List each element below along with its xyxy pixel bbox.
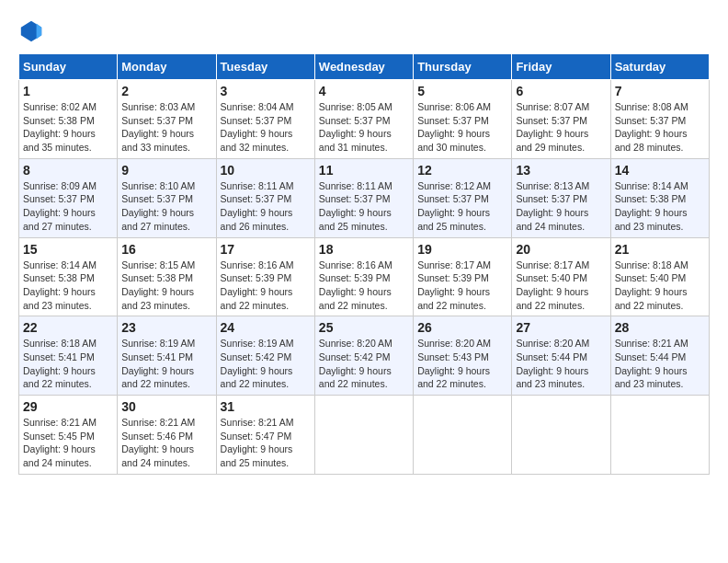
calendar-cell: 13 Sunrise: 8:13 AMSunset: 5:37 PMDaylig… bbox=[512, 158, 610, 237]
day-info: Sunrise: 8:14 AMSunset: 5:38 PMDaylight:… bbox=[615, 179, 705, 234]
calendar-cell: 29 Sunrise: 8:21 AMSunset: 5:45 PMDaylig… bbox=[19, 396, 118, 475]
day-info: Sunrise: 8:02 AMSunset: 5:38 PMDaylight:… bbox=[23, 100, 113, 155]
day-info: Sunrise: 8:07 AMSunset: 5:37 PMDaylight:… bbox=[516, 100, 606, 155]
day-info: Sunrise: 8:12 AMSunset: 5:37 PMDaylight:… bbox=[417, 179, 507, 234]
day-info: Sunrise: 8:15 AMSunset: 5:38 PMDaylight:… bbox=[121, 259, 211, 313]
calendar-cell: 25 Sunrise: 8:20 AMSunset: 5:42 PMDaylig… bbox=[314, 316, 413, 396]
header-monday: Monday bbox=[118, 54, 216, 80]
day-number: 31 bbox=[221, 399, 311, 414]
calendar-table: SundayMondayTuesdayWednesdayThursdayFrid… bbox=[18, 53, 710, 475]
day-info: Sunrise: 8:06 AMSunset: 5:37 PMDaylight:… bbox=[417, 100, 507, 155]
week-row-3: 15 Sunrise: 8:14 AMSunset: 5:38 PMDaylig… bbox=[19, 237, 710, 316]
logo-icon bbox=[18, 18, 44, 44]
calendar-cell: 1 Sunrise: 8:02 AMSunset: 5:38 PMDayligh… bbox=[19, 80, 118, 159]
day-info: Sunrise: 8:20 AMSunset: 5:44 PMDaylight:… bbox=[516, 337, 606, 391]
calendar-cell: 16 Sunrise: 8:15 AMSunset: 5:38 PMDaylig… bbox=[118, 237, 216, 316]
calendar-cell: 21 Sunrise: 8:18 AMSunset: 5:40 PMDaylig… bbox=[610, 237, 709, 316]
day-info: Sunrise: 8:09 AMSunset: 5:37 PMDaylight:… bbox=[23, 179, 113, 234]
calendar-cell: 14 Sunrise: 8:14 AMSunset: 5:38 PMDaylig… bbox=[610, 158, 709, 237]
calendar-cell: 5 Sunrise: 8:06 AMSunset: 5:37 PMDayligh… bbox=[414, 80, 512, 159]
day-number: 15 bbox=[23, 242, 113, 257]
day-info: Sunrise: 8:10 AMSunset: 5:37 PMDaylight:… bbox=[121, 179, 211, 234]
day-info: Sunrise: 8:18 AMSunset: 5:40 PMDaylight:… bbox=[615, 259, 705, 313]
day-number: 3 bbox=[221, 84, 311, 98]
day-number: 4 bbox=[319, 84, 409, 98]
day-number: 17 bbox=[221, 242, 311, 257]
calendar-cell: 3 Sunrise: 8:04 AMSunset: 5:37 PMDayligh… bbox=[216, 80, 314, 159]
day-number: 7 bbox=[615, 84, 705, 98]
week-row-2: 8 Sunrise: 8:09 AMSunset: 5:37 PMDayligh… bbox=[19, 158, 710, 237]
day-info: Sunrise: 8:17 AMSunset: 5:40 PMDaylight:… bbox=[516, 259, 606, 313]
day-number: 1 bbox=[23, 84, 113, 98]
day-number: 22 bbox=[23, 320, 113, 335]
calendar-cell bbox=[610, 396, 709, 475]
calendar-cell bbox=[414, 396, 512, 475]
calendar-cell bbox=[512, 396, 610, 475]
day-number: 6 bbox=[516, 84, 606, 98]
calendar-cell: 18 Sunrise: 8:16 AMSunset: 5:39 PMDaylig… bbox=[314, 237, 413, 316]
calendar-cell: 31 Sunrise: 8:21 AMSunset: 5:47 PMDaylig… bbox=[216, 396, 314, 475]
calendar-cell: 10 Sunrise: 8:11 AMSunset: 5:37 PMDaylig… bbox=[216, 158, 314, 237]
calendar-cell: 23 Sunrise: 8:19 AMSunset: 5:41 PMDaylig… bbox=[118, 316, 216, 396]
day-info: Sunrise: 8:19 AMSunset: 5:42 PMDaylight:… bbox=[221, 337, 311, 391]
calendar-cell: 4 Sunrise: 8:05 AMSunset: 5:37 PMDayligh… bbox=[314, 80, 413, 159]
day-number: 25 bbox=[319, 320, 409, 335]
calendar-cell: 7 Sunrise: 8:08 AMSunset: 5:37 PMDayligh… bbox=[610, 80, 709, 159]
day-number: 5 bbox=[417, 84, 507, 98]
week-row-1: 1 Sunrise: 8:02 AMSunset: 5:38 PMDayligh… bbox=[19, 80, 710, 159]
day-info: Sunrise: 8:17 AMSunset: 5:39 PMDaylight:… bbox=[417, 259, 507, 313]
svg-marker-1 bbox=[37, 24, 42, 40]
calendar-cell: 12 Sunrise: 8:12 AMSunset: 5:37 PMDaylig… bbox=[414, 158, 512, 237]
calendar-cell: 27 Sunrise: 8:20 AMSunset: 5:44 PMDaylig… bbox=[512, 316, 610, 396]
logo bbox=[18, 18, 48, 44]
day-number: 9 bbox=[121, 163, 211, 178]
calendar-cell: 2 Sunrise: 8:03 AMSunset: 5:37 PMDayligh… bbox=[118, 80, 216, 159]
day-info: Sunrise: 8:11 AMSunset: 5:37 PMDaylight:… bbox=[319, 179, 409, 234]
calendar-cell: 26 Sunrise: 8:20 AMSunset: 5:43 PMDaylig… bbox=[414, 316, 512, 396]
day-number: 2 bbox=[121, 84, 211, 98]
day-info: Sunrise: 8:21 AMSunset: 5:45 PMDaylight:… bbox=[23, 416, 113, 470]
day-info: Sunrise: 8:21 AMSunset: 5:46 PMDaylight:… bbox=[121, 416, 211, 470]
day-number: 29 bbox=[23, 399, 113, 414]
day-info: Sunrise: 8:11 AMSunset: 5:37 PMDaylight:… bbox=[221, 179, 311, 234]
day-info: Sunrise: 8:16 AMSunset: 5:39 PMDaylight:… bbox=[319, 259, 409, 313]
calendar-cell: 11 Sunrise: 8:11 AMSunset: 5:37 PMDaylig… bbox=[314, 158, 413, 237]
day-number: 8 bbox=[23, 163, 113, 178]
calendar-cell bbox=[314, 396, 413, 475]
calendar-cell: 24 Sunrise: 8:19 AMSunset: 5:42 PMDaylig… bbox=[216, 316, 314, 396]
day-number: 10 bbox=[221, 163, 311, 178]
calendar-cell: 30 Sunrise: 8:21 AMSunset: 5:46 PMDaylig… bbox=[118, 396, 216, 475]
calendar-cell: 9 Sunrise: 8:10 AMSunset: 5:37 PMDayligh… bbox=[118, 158, 216, 237]
day-number: 11 bbox=[319, 163, 409, 178]
page-header bbox=[18, 18, 710, 44]
day-info: Sunrise: 8:05 AMSunset: 5:37 PMDaylight:… bbox=[319, 100, 409, 155]
day-number: 14 bbox=[615, 163, 705, 178]
day-info: Sunrise: 8:13 AMSunset: 5:37 PMDaylight:… bbox=[516, 179, 606, 234]
header-tuesday: Tuesday bbox=[216, 54, 314, 80]
week-row-5: 29 Sunrise: 8:21 AMSunset: 5:45 PMDaylig… bbox=[19, 396, 710, 475]
day-info: Sunrise: 8:14 AMSunset: 5:38 PMDaylight:… bbox=[23, 259, 113, 313]
day-number: 27 bbox=[516, 320, 606, 335]
calendar-cell: 20 Sunrise: 8:17 AMSunset: 5:40 PMDaylig… bbox=[512, 237, 610, 316]
day-info: Sunrise: 8:04 AMSunset: 5:37 PMDaylight:… bbox=[221, 100, 311, 155]
header-row: SundayMondayTuesdayWednesdayThursdayFrid… bbox=[19, 54, 710, 80]
day-number: 21 bbox=[615, 242, 705, 257]
day-info: Sunrise: 8:20 AMSunset: 5:42 PMDaylight:… bbox=[319, 337, 409, 391]
day-number: 28 bbox=[615, 320, 705, 335]
day-info: Sunrise: 8:21 AMSunset: 5:47 PMDaylight:… bbox=[221, 416, 311, 470]
day-number: 16 bbox=[121, 242, 211, 257]
calendar-cell: 19 Sunrise: 8:17 AMSunset: 5:39 PMDaylig… bbox=[414, 237, 512, 316]
day-number: 24 bbox=[221, 320, 311, 335]
day-number: 26 bbox=[417, 320, 507, 335]
header-saturday: Saturday bbox=[610, 54, 709, 80]
day-info: Sunrise: 8:20 AMSunset: 5:43 PMDaylight:… bbox=[417, 337, 507, 391]
day-number: 30 bbox=[121, 399, 211, 414]
calendar-cell: 22 Sunrise: 8:18 AMSunset: 5:41 PMDaylig… bbox=[19, 316, 118, 396]
day-info: Sunrise: 8:19 AMSunset: 5:41 PMDaylight:… bbox=[121, 337, 211, 391]
day-info: Sunrise: 8:03 AMSunset: 5:37 PMDaylight:… bbox=[121, 100, 211, 155]
day-info: Sunrise: 8:18 AMSunset: 5:41 PMDaylight:… bbox=[23, 337, 113, 391]
day-number: 19 bbox=[417, 242, 507, 257]
day-number: 23 bbox=[121, 320, 211, 335]
day-number: 12 bbox=[417, 163, 507, 178]
calendar-cell: 6 Sunrise: 8:07 AMSunset: 5:37 PMDayligh… bbox=[512, 80, 610, 159]
